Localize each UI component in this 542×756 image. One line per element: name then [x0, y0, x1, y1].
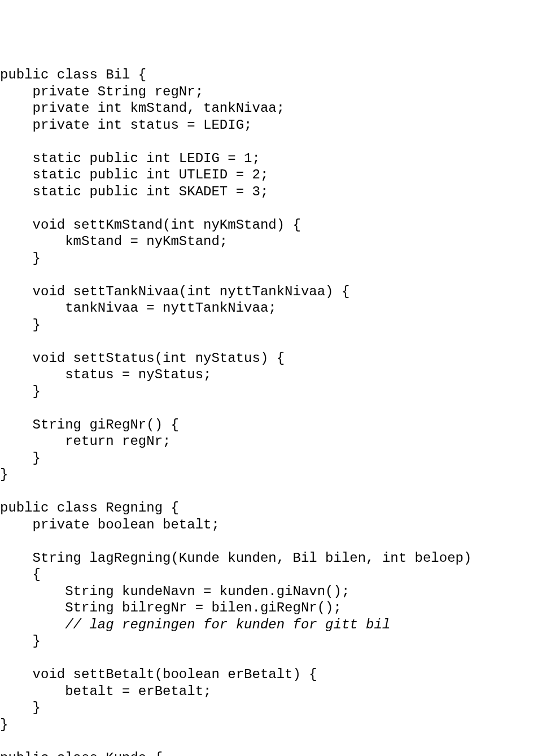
- code-comment-line: // lag regningen for kunden for gitt bil: [0, 617, 390, 632]
- code-before-comment: public class Bil { private String regNr;…: [0, 67, 471, 615]
- java-code-listing: public class Bil { private String regNr;…: [0, 67, 542, 756]
- code-after-comment: } void settBetalt(boolean erBetalt) { be…: [0, 633, 317, 756]
